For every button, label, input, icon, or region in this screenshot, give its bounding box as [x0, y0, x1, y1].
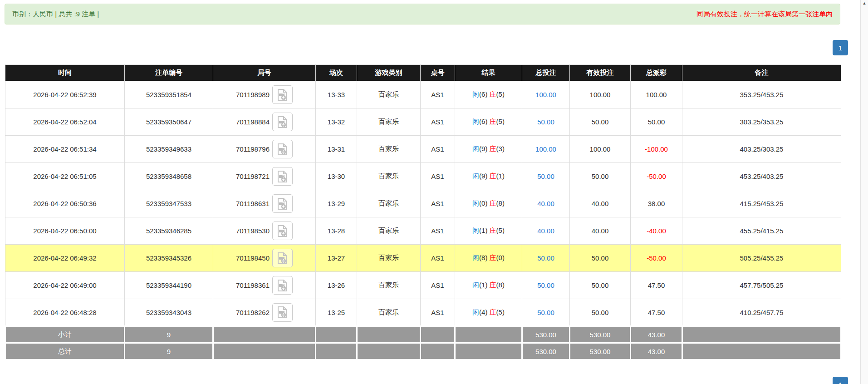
payout-value: 38.00: [648, 200, 665, 207]
cell-session: 13-33: [316, 81, 357, 108]
result-player-label: 闲: [472, 226, 479, 234]
cell-bet-id: 523359348658: [125, 163, 213, 190]
result-player-score: (9): [479, 145, 487, 153]
col-header-total-bet: 总投注: [522, 65, 570, 81]
result-player-label: 闲: [472, 145, 479, 153]
video-replay-button[interactable]: [272, 276, 293, 295]
payout-value: -100.00: [645, 145, 668, 153]
cell-total-bet: 100.00: [522, 136, 570, 163]
cell-time: 2026-04-22 06:49:32: [5, 245, 125, 272]
subtotal-total-bet: 530.00: [522, 326, 570, 343]
round-number: 701198450: [236, 254, 270, 262]
cell-remark: 303.25/353.25: [682, 108, 841, 136]
video-file-icon: [276, 306, 289, 319]
scroll-up-icon[interactable]: ▲: [861, 1, 868, 5]
cell-remark: 410.25/457.75: [682, 299, 841, 326]
result-banker-label: 庄: [490, 199, 496, 207]
result-player-score: (0): [479, 199, 487, 207]
cell-remark: 353.25/453.25: [682, 81, 841, 108]
col-header-game-type: 游戏类别: [357, 65, 421, 81]
video-replay-button[interactable]: [272, 249, 293, 267]
cell-result: 闲(1) 庄(8): [455, 272, 522, 299]
cell-time: 2026-04-22 06:52:04: [5, 108, 125, 136]
bets-table: 时间 注单编号 局号 场次 游戏类别 桌号 结果 总投注 有效投注 总派彩 备注…: [5, 64, 842, 360]
currency-summary-text: 币别：人民币 | 总共 :9 注单 |: [12, 10, 99, 19]
video-file-icon: [276, 170, 289, 183]
payout-value: 100.00: [646, 91, 667, 98]
cell-time: 2026-04-22 06:50:36: [5, 190, 125, 217]
video-replay-button[interactable]: [272, 140, 293, 158]
result-player-score: (6): [479, 90, 487, 98]
cell-payout: 38.00: [631, 190, 682, 217]
result-banker-label: 庄: [490, 254, 496, 261]
cell-valid-bet: 50.00: [570, 299, 631, 326]
col-header-session: 场次: [316, 65, 357, 81]
cell-session: 13-27: [316, 245, 357, 272]
total-bet-link[interactable]: 40.00: [537, 200, 554, 207]
cell-remark: 415.25/453.25: [682, 190, 841, 217]
total-bet-link[interactable]: 50.00: [537, 281, 554, 289]
page-button-1-top[interactable]: 1: [833, 40, 848, 55]
total-bet-link[interactable]: 50.00: [537, 254, 554, 262]
cell-bet-id: 523359346285: [125, 217, 213, 245]
payout-value: -40.00: [647, 227, 666, 235]
cell-game-type: 百家乐: [357, 136, 421, 163]
total-bet-link[interactable]: 50.00: [537, 172, 554, 180]
cell-session: 13-28: [316, 217, 357, 245]
total-label: 总计: [5, 343, 125, 360]
total-bet-link[interactable]: 100.00: [535, 145, 556, 153]
cell-table-no: AS1: [421, 299, 455, 326]
col-header-time: 时间: [5, 65, 125, 81]
cell-round: 701198530: [213, 217, 316, 245]
col-header-remark: 备注: [682, 65, 841, 81]
table-row: 2026-04-22 06:49:00 523359344190 7011983…: [5, 272, 841, 299]
result-player-label: 闲: [472, 281, 479, 289]
total-bet-link[interactable]: 50.00: [537, 118, 554, 126]
cell-round: 701198721: [213, 163, 316, 190]
result-player-score: (8): [479, 254, 487, 261]
cell-valid-bet: 100.00: [570, 136, 631, 163]
cell-payout: 50.00: [631, 108, 682, 136]
bets-table-body: 2026-04-22 06:52:39 523359351854 7011989…: [5, 81, 841, 326]
result-player-score: (9): [479, 172, 487, 180]
cell-time: 2026-04-22 06:48:28: [5, 299, 125, 326]
cell-game-type: 百家乐: [357, 217, 421, 245]
cell-valid-bet: 50.00: [570, 108, 631, 136]
result-banker-score: (8): [496, 281, 505, 289]
page-button-1-bottom[interactable]: 1: [833, 377, 848, 384]
cell-bet-id: 523359351854: [125, 81, 213, 108]
video-replay-button[interactable]: [272, 303, 293, 322]
cell-bet-id: 523359350647: [125, 108, 213, 136]
total-bet-link[interactable]: 40.00: [537, 227, 554, 235]
col-header-result: 结果: [455, 65, 522, 81]
col-header-bet-id: 注单编号: [125, 65, 213, 81]
cell-session: 13-25: [316, 299, 357, 326]
total-bet-link[interactable]: 50.00: [537, 309, 554, 316]
cell-result: 闲(4) 庄(5): [455, 299, 522, 326]
video-replay-button[interactable]: [272, 85, 293, 104]
cell-round: 701198262: [213, 299, 316, 326]
cell-game-type: 百家乐: [357, 108, 421, 136]
cell-total-bet: 100.00: [522, 81, 570, 108]
cell-remark: 453.25/403.25: [682, 163, 841, 190]
cell-game-type: 百家乐: [357, 299, 421, 326]
result-banker-score: (0): [496, 254, 505, 261]
video-file-icon: [276, 279, 289, 292]
video-replay-button[interactable]: [272, 113, 293, 131]
result-player-label: 闲: [472, 172, 479, 180]
video-replay-button[interactable]: [272, 222, 293, 240]
cell-time: 2026-04-22 06:51:34: [5, 136, 125, 163]
total-bet-link[interactable]: 100.00: [535, 91, 556, 98]
video-replay-button[interactable]: [272, 194, 293, 213]
scrollbar[interactable]: ▲: [860, 0, 868, 384]
video-replay-button[interactable]: [272, 167, 293, 186]
cell-total-bet: 50.00: [522, 108, 570, 136]
cell-round: 701198796: [213, 136, 316, 163]
cell-time: 2026-04-22 06:49:00: [5, 272, 125, 299]
table-row: 2026-04-22 06:52:39 523359351854 7011989…: [5, 81, 841, 108]
subtotal-count: 9: [125, 326, 213, 343]
cell-bet-id: 523359347533: [125, 190, 213, 217]
col-header-round: 局号: [213, 65, 316, 81]
cell-valid-bet: 40.00: [570, 217, 631, 245]
result-banker-label: 庄: [490, 90, 496, 98]
